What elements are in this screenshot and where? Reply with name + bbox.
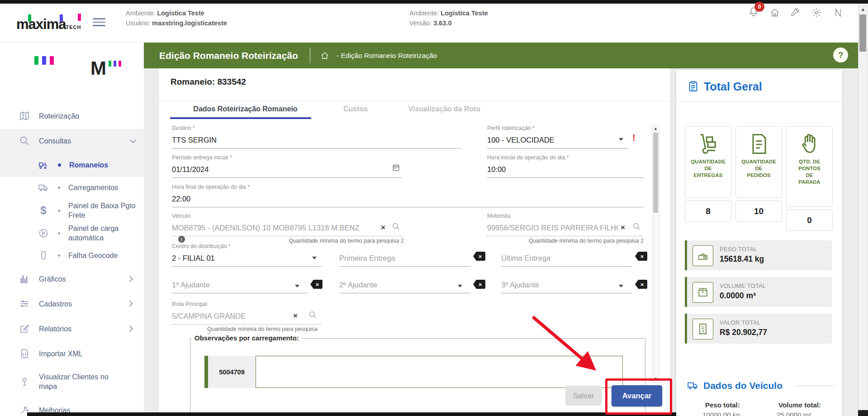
sidebar-item-visualizar-clientes[interactable]: Visualizar Clientes no mapa [0,368,144,396]
ajudante3-select[interactable] [501,279,632,293]
obs-legend: Observações por carregamento: [192,334,302,342]
sidebar-label: Painel de carga automática [68,224,144,243]
sidebar-item-carga-automatica[interactable]: Painel de carga automática [0,220,144,246]
salvar-button[interactable]: Salvar [565,386,602,406]
stat-entregas-value: 8 [685,201,731,222]
tab-dados-roteirizacao[interactable]: Dados Roteirização Romaneio [181,105,310,116]
brand-logo[interactable]: maximaTECH [16,16,81,33]
page-title-bar: Edição Romaneio Roteirização - Edição Ro… [144,43,858,68]
veiculo-search-icon[interactable] [392,222,400,231]
tab-custos[interactable]: Custos [335,105,376,116]
perfil-select[interactable] [487,134,628,148]
periodo-label: Período entrega inicial * [172,154,402,163]
form-scrollbar-thumb[interactable] [653,133,658,213]
sidebar-item-romaneios[interactable]: Romaneios [0,153,144,177]
sidebar-label: Gráficos [39,274,66,284]
ajudante2-select[interactable] [339,279,470,293]
hora-inicial-input[interactable] [487,163,644,178]
avancar-button[interactable]: Avançar [612,385,662,406]
perfil-dropdown-caret-icon[interactable] [619,138,623,141]
sidebar-item-graficos[interactable]: Gráficos [0,267,144,291]
wrench-icon[interactable] [790,7,801,18]
total-geral-title: Total Geral [704,80,762,93]
dados-veiculo-divider [795,386,835,386]
ambiente-label: Ambiente: [126,10,155,17]
logo-tick-pink [78,14,81,21]
info-icon[interactable]: i [178,236,185,243]
ajudante1-dropdown-caret-icon[interactable] [295,285,299,287]
ajudante2-field [339,272,470,293]
calendar-icon[interactable] [392,163,400,172]
periodo-input[interactable] [172,163,402,178]
rota-label: Rota Principal [172,301,322,310]
motorista-label: Motorista [487,213,644,222]
sidebar: M Roteirização Consultas Romaneios Carre… [0,43,144,416]
obs-tab-accent [204,356,208,388]
destino-input[interactable] [172,134,461,148]
obs-textarea[interactable] [256,356,623,388]
sidebar-item-importar-xml[interactable]: Importar XML [0,342,144,365]
ajudante3-dropdown-caret-icon[interactable] [619,285,623,287]
volume-total-label: VOLUME TOTAL [720,282,766,289]
centro-select[interactable] [172,252,322,267]
page-scrollbar[interactable] [858,4,868,416]
usuario-value: maxstring.logisticateste [152,19,227,27]
ultima-entrega-input[interactable] [501,252,632,267]
menu-toggle-icon[interactable] [93,18,105,29]
sidebar-label: Visualizar Clientes no mapa [39,372,115,391]
watermark-m-bar-blue [114,61,116,67]
rota-input[interactable] [172,310,322,325]
stat-pedidos-label: QUANTIDADE DE PEDIDOS [736,158,782,179]
hora-final-input[interactable] [172,193,644,207]
veiculo-input[interactable] [172,222,404,236]
primeira-entrega-input[interactable] [339,252,470,267]
motorista-search-icon[interactable] [632,222,641,231]
versao-info: Versão: 3.63.0 [409,19,452,27]
tab-visualizacao-rota[interactable]: Visualização da Rota [406,105,483,116]
logo-tick-green [28,14,31,22]
stat-paradas-value: 0 [786,210,833,231]
form-scroll-up-icon[interactable]: ▲ [654,127,658,131]
hand-truck-icon [697,132,720,156]
stat-paradas-box: QTD. DE PONTOS DE PARADA [786,126,833,207]
sidebar-label: Falha Geocode [68,251,118,260]
centro-dropdown-caret-icon[interactable] [312,257,317,259]
xml-file-icon [19,348,30,359]
volume-total-row: VOLUME TOTAL 0.0000 m³ [685,277,832,307]
brand-logo-text: maxima [16,16,66,32]
stat-pedidos-box: QUANTIDADE DE PEDIDOS [735,126,782,198]
usuario-label: Usuário: [126,19,150,27]
home-icon[interactable] [769,7,780,18]
page-scroll-up-icon[interactable]: ▲ [861,7,865,12]
veiculo-clear-icon[interactable] [381,224,385,231]
sidebar-item-roteirizacao[interactable]: Roteirização [0,104,144,128]
sidebar-item-relatorios[interactable]: Relatórios [0,317,144,340]
rota-clear-icon[interactable] [293,312,298,320]
edit-icon [19,323,30,334]
stat-entregas-label: QUANTIDADE DE ENTREGAS [685,158,731,179]
sidebar-item-cadastros[interactable]: Cadastros [0,292,144,316]
stat-paradas-label: QTD. DE PONTOS DE PARADA [787,158,832,186]
breadcrumb-home-icon[interactable] [320,51,329,60]
obs-fieldset-left [190,338,190,412]
sidebar-item-falha-geocode[interactable]: Falha Geocode [0,244,144,267]
invoice-icon: $ [693,319,713,339]
volume-veiculo-label: Volume total: [778,401,821,409]
watermark-m-bar-green [109,61,111,67]
sidebar-item-consultas[interactable]: Consultas [0,129,144,153]
form-scroll-down-icon[interactable]: ▼ [654,377,658,381]
veiculo-field: Veículo Quantidade mínima do termo para … [172,213,404,244]
help-button[interactable]: ? [833,48,848,62]
rota-search-icon[interactable] [308,311,317,319]
sidebar-item-carregamentos[interactable]: Carregamentos [0,176,144,199]
motorista-clear-icon[interactable] [621,224,625,231]
page-title: Edição Romaneio Roteirização [159,50,298,61]
brand-logo-suffix: TECH [66,24,81,30]
maxima-n-icon[interactable] [833,7,844,18]
ajudante2-dropdown-caret-icon[interactable] [458,285,462,287]
package-icon [693,282,713,303]
page-scrollbar-thumb[interactable] [859,14,866,52]
obs-carga-tab[interactable]: 5004709 [208,356,256,388]
gear-icon[interactable] [811,7,822,18]
ajudante1-select[interactable] [172,279,308,293]
